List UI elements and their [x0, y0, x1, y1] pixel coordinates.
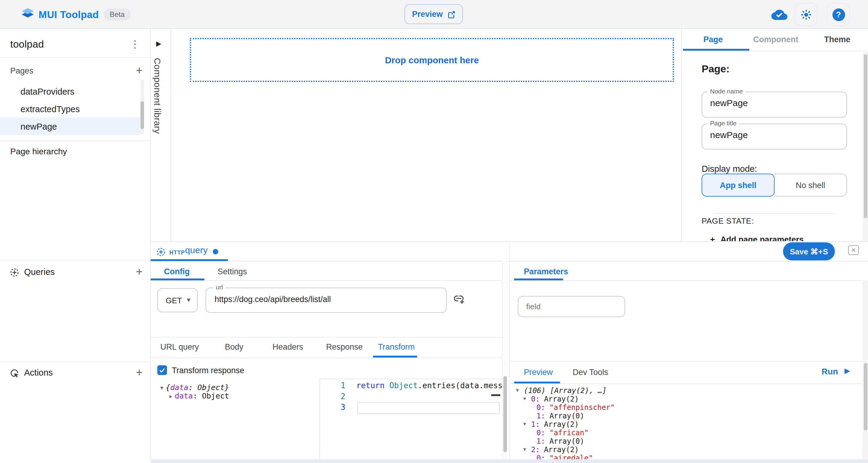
tab-headers[interactable]: Headers: [273, 342, 303, 351]
divider: [170, 29, 171, 241]
tree-arrow-icon[interactable]: ▼: [523, 395, 531, 403]
schema-brace: {: [166, 383, 170, 392]
toolpad-editor: MUI Toolpad Beta Preview ? toolp: [0, 0, 868, 463]
toggle-app-shell[interactable]: App shell: [702, 174, 775, 196]
json-value: Array(0): [550, 437, 584, 445]
json-tree-row[interactable]: ▼ 1: Array(2): [510, 420, 863, 429]
tab-theme[interactable]: Theme: [806, 35, 868, 44]
schema-child-node[interactable]: ▶data: Object: [169, 391, 229, 400]
add-page-button[interactable]: +: [131, 63, 147, 79]
sidebar-item-extractedtypes[interactable]: extractedTypes: [0, 100, 141, 118]
tab-preview[interactable]: Preview: [524, 368, 553, 377]
cloud-synced-icon: [771, 8, 788, 21]
add-query-button[interactable]: +: [131, 264, 147, 280]
json-tree-row[interactable]: 0: "african": [510, 429, 863, 437]
page-hierarchy-label: Page hierarchy: [10, 147, 67, 156]
bottom-scrollbar-strip: [151, 459, 868, 463]
project-menu-button[interactable]: ⋮: [128, 36, 142, 52]
preview-scrollbar-thumb[interactable]: [864, 363, 867, 430]
divider: [0, 141, 150, 141]
preview-button[interactable]: Preview: [404, 4, 463, 24]
link-icon[interactable]: [453, 293, 465, 305]
json-key: 0:: [531, 395, 540, 403]
config-scrollbar-thumb[interactable]: [503, 376, 507, 452]
pages-scrollbar-thumb[interactable]: [141, 101, 144, 129]
json-tree-row[interactable]: ▼ 0: Array(2): [510, 395, 863, 403]
query-tab-label[interactable]: query: [185, 245, 208, 255]
divider: [510, 361, 868, 362]
divider: [0, 260, 150, 260]
page-heading: Page:: [702, 63, 730, 75]
node-name-label: Node name: [708, 87, 745, 95]
add-action-button[interactable]: +: [131, 365, 147, 380]
component-library-label[interactable]: Component library: [153, 58, 163, 134]
json-key: 1:: [536, 412, 545, 420]
node-name-input[interactable]: [710, 98, 837, 108]
inspector-scrollbar-thumb[interactable]: [864, 54, 867, 218]
line-number: 1: [325, 381, 345, 390]
tab-component[interactable]: Component: [744, 35, 807, 44]
plus-icon: +: [710, 235, 715, 241]
current-line-highlight: [358, 402, 500, 414]
result-json-tree[interactable]: ▼ (106) [Array(2), …] ▼ 0: Array(2) 0: "…: [510, 387, 863, 459]
play-icon[interactable]: ▶: [844, 367, 850, 375]
collapse-arrow-icon[interactable]: ▼: [160, 385, 163, 390]
sidebar-item-newpage[interactable]: newPage: [0, 118, 141, 135]
save-button[interactable]: Save ⌘+S: [783, 242, 835, 260]
queries-icon: [10, 268, 19, 277]
code-type: Object: [390, 381, 418, 390]
page-title-input[interactable]: [710, 130, 837, 140]
divider: [151, 337, 502, 338]
transform-response-label[interactable]: Transform response: [172, 366, 244, 375]
method-select[interactable]: GET ▼: [157, 288, 198, 312]
divider: [0, 57, 150, 58]
component-library-expand-icon[interactable]: ▶: [156, 40, 161, 48]
json-value: Array(0): [550, 412, 584, 420]
tab-page[interactable]: Page: [682, 35, 744, 44]
parameter-field-input[interactable]: [526, 302, 617, 311]
toggle-no-shell[interactable]: No shell: [775, 174, 847, 196]
inspector-panel: Page Component Theme Page: Node name Pag…: [681, 29, 868, 241]
drop-zone-label: Drop component here: [385, 55, 479, 65]
code-editor[interactable]: 1 2 3 returnObject.entries(data.messag: [319, 379, 502, 459]
tab-transform[interactable]: Transform: [378, 342, 415, 351]
json-tree-row[interactable]: 0: "airedale": [510, 454, 863, 459]
expand-arrow-icon[interactable]: ▶: [169, 393, 173, 399]
tree-arrow-icon[interactable]: ▼: [516, 387, 524, 395]
tab-config[interactable]: Config: [164, 267, 190, 276]
json-value: "airedale": [550, 454, 593, 459]
add-page-parameters-button[interactable]: + Add page parameters: [710, 235, 804, 241]
json-tree-row[interactable]: ▼ (106) [Array(2), …]: [510, 387, 863, 395]
json-key: 0:: [536, 454, 545, 459]
parameter-field[interactable]: [518, 296, 625, 317]
sidebar-item-dataproviders[interactable]: dataProviders: [0, 83, 141, 100]
json-tree-row[interactable]: 1: Array(0): [510, 412, 863, 420]
sidebar: toolpad ⋮ Pages + dataProviders extracte…: [0, 29, 151, 459]
json-value: Array(2): [544, 445, 579, 454]
schema-root-node[interactable]: ▼{data: Object}: [160, 383, 229, 392]
json-tree-row[interactable]: 1: Array(0): [510, 437, 863, 445]
tab-dev-tools[interactable]: Dev Tools: [572, 368, 608, 377]
run-button[interactable]: Run: [822, 367, 838, 376]
tab-response[interactable]: Response: [326, 342, 363, 351]
toolpad-logo-icon: [21, 7, 35, 22]
tab-settings[interactable]: Settings: [218, 267, 247, 276]
tree-arrow-icon[interactable]: ▼: [523, 445, 531, 454]
pages-section-label: Pages: [10, 66, 33, 75]
theme-toggle-button[interactable]: [795, 3, 817, 26]
drop-zone[interactable]: Drop component here: [190, 38, 674, 82]
json-tree-row[interactable]: ▼ 2: Array(2): [510, 445, 863, 454]
tab-body[interactable]: Body: [225, 342, 244, 351]
json-value: (106) [Array(2), …]: [524, 387, 607, 395]
help-button[interactable]: ?: [827, 3, 850, 26]
divider: [682, 51, 868, 51]
url-input[interactable]: [215, 295, 438, 304]
tree-arrow-icon[interactable]: ▼: [523, 420, 531, 429]
transform-response-checkbox[interactable]: [157, 365, 167, 375]
http-badge: HTTP: [169, 250, 185, 256]
tab-url-query[interactable]: URL query: [160, 342, 199, 351]
url-label: url: [213, 283, 225, 290]
tab-parameters[interactable]: Parameters: [524, 267, 568, 276]
json-tree-row[interactable]: 0: "affenpinscher": [510, 403, 863, 412]
close-panel-button[interactable]: ✕: [848, 245, 859, 255]
